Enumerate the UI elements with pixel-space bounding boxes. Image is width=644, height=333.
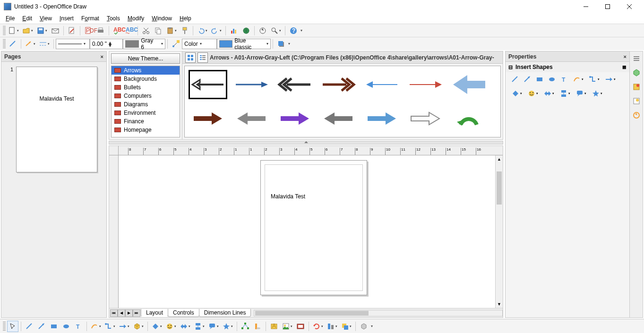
gallery-item[interactable] — [362, 70, 401, 99]
gallery-item[interactable] — [406, 70, 445, 99]
menu-view[interactable]: View — [36, 14, 56, 23]
edit-file-button[interactable] — [66, 25, 77, 36]
gallery-button[interactable] — [295, 321, 306, 332]
undo-button[interactable] — [196, 25, 209, 36]
menu-window[interactable]: Window — [148, 14, 176, 23]
email-button[interactable] — [50, 25, 61, 36]
gallery-item[interactable] — [319, 104, 358, 133]
rectangle-tool-button[interactable] — [534, 74, 545, 85]
toolbar-grip[interactable] — [3, 322, 6, 331]
fill-type-combo[interactable]: Color▾ — [182, 39, 217, 49]
align-button[interactable] — [326, 321, 339, 332]
gallery-item[interactable] — [449, 70, 488, 99]
cut-button[interactable] — [140, 25, 152, 36]
theme-item-bullets[interactable]: Bullets — [112, 83, 180, 92]
menu-modify[interactable]: Modify — [124, 14, 148, 23]
arrow-style-button[interactable] — [24, 38, 37, 50]
gallery-item[interactable] — [275, 70, 314, 99]
gallery-item[interactable] — [406, 104, 445, 133]
tab-first-button[interactable]: ⏮ — [110, 309, 118, 317]
tab-layout[interactable]: Layout — [141, 309, 168, 317]
navigator-button[interactable] — [257, 25, 268, 36]
new-button[interactable] — [7, 25, 20, 36]
help-button[interactable]: ? — [288, 25, 299, 36]
menu-tools[interactable]: Tools — [103, 14, 124, 23]
flowchart-button[interactable] — [193, 321, 206, 332]
area-properties-button[interactable] — [170, 38, 181, 50]
format-paintbrush-button[interactable] — [179, 25, 190, 36]
sidebar-gallery-icon[interactable] — [631, 68, 642, 78]
vertical-scrollbar[interactable]: ▲▼ — [495, 155, 503, 308]
line-style-combo[interactable]: ▾ — [56, 39, 90, 49]
gallery-item[interactable] — [362, 104, 401, 133]
block-arrows-button[interactable] — [541, 88, 557, 99]
gallery-list-view-button[interactable] — [197, 52, 208, 63]
basic-shapes-button[interactable] — [603, 74, 618, 85]
ellipse-tool-button[interactable] — [546, 74, 558, 85]
gallery-item[interactable] — [232, 104, 271, 133]
extrusion-button[interactable] — [358, 321, 369, 332]
line-properties-button[interactable] — [7, 38, 18, 50]
gallery-item[interactable] — [275, 104, 314, 133]
glue-points-button[interactable] — [252, 321, 263, 332]
toolbar-overflow-icon[interactable] — [301, 28, 305, 33]
basic-shapes-button[interactable] — [150, 321, 163, 332]
sidebar-styles-icon[interactable] — [631, 82, 642, 92]
theme-item-finance[interactable]: Finance — [112, 117, 180, 126]
fill-color-combo[interactable]: Blue classic▾ — [217, 39, 271, 49]
menu-help[interactable]: Help — [176, 14, 195, 23]
callouts-button[interactable] — [574, 88, 589, 99]
toolbar-grip[interactable] — [3, 39, 6, 49]
gallery-item[interactable] — [449, 104, 488, 133]
gallery-item[interactable] — [319, 70, 358, 99]
theme-item-arrows[interactable]: Arrows — [112, 66, 180, 75]
arrange-button[interactable] — [340, 321, 353, 332]
rotate-button[interactable] — [311, 321, 325, 332]
canvas[interactable]: Malavida Test — [119, 155, 495, 308]
export-pdf-button[interactable]: PDF — [83, 25, 94, 36]
connector-tool-button[interactable] — [587, 74, 602, 85]
block-arrows-button[interactable] — [179, 321, 192, 332]
sidebar-properties-icon[interactable] — [631, 53, 642, 64]
diamond-shapes-button[interactable] — [509, 88, 524, 99]
gallery-icon-view-button[interactable] — [185, 52, 196, 63]
edit-points-button[interactable] — [240, 321, 251, 332]
theme-item-diagrams[interactable]: Diagrams — [112, 100, 180, 109]
tab-controls[interactable]: Controls — [168, 309, 199, 317]
arrow-line-tool-button[interactable] — [36, 321, 47, 332]
spellcheck-button[interactable]: ABC — [112, 25, 123, 36]
text-tool-button[interactable]: T — [73, 321, 84, 332]
section-more-icon[interactable]: ▦ — [622, 65, 627, 69]
line-color-combo[interactable]: Gray 6▾ — [123, 39, 165, 49]
theme-item-environment[interactable]: Environment — [112, 109, 180, 117]
arrow-line-tool-button[interactable] — [522, 74, 533, 85]
line-tool-button[interactable] — [509, 74, 521, 85]
tab-last-button[interactable]: ⏭ — [133, 309, 140, 317]
3d-objects-button[interactable] — [132, 321, 145, 332]
horizontal-scrollbar[interactable] — [254, 310, 503, 316]
chart-button[interactable] — [228, 25, 240, 36]
lines-arrows-button[interactable] — [118, 321, 131, 332]
new-theme-button[interactable]: New Theme... — [111, 53, 180, 64]
page[interactable]: Malavida Test — [260, 160, 367, 295]
menu-insert[interactable]: Insert — [56, 14, 77, 23]
redo-button[interactable] — [210, 25, 223, 36]
hyperlink-button[interactable] — [240, 25, 252, 36]
auto-spellcheck-button[interactable]: ABC — [124, 25, 135, 36]
text-tool-button[interactable]: T — [558, 74, 570, 85]
theme-list[interactable]: Arrows Backgrounds Bullets Computers Dia… — [111, 66, 180, 137]
theme-item-computers[interactable]: Computers — [112, 92, 180, 100]
callouts-button[interactable] — [207, 321, 220, 332]
tab-prev-button[interactable]: ◀ — [118, 309, 125, 317]
fontwork-button[interactable]: A — [268, 321, 280, 332]
window-minimize-button[interactable] — [575, 0, 597, 13]
window-close-button[interactable] — [618, 0, 640, 13]
zoom-button[interactable] — [269, 25, 283, 36]
menu-edit[interactable]: Edit — [18, 14, 36, 23]
paste-button[interactable] — [165, 25, 178, 36]
connector-tool-button[interactable] — [103, 321, 117, 332]
gallery-splitter[interactable] — [109, 141, 503, 145]
copy-button[interactable] — [153, 25, 164, 36]
open-button[interactable] — [21, 25, 34, 36]
curve-tool-button[interactable] — [89, 321, 103, 332]
